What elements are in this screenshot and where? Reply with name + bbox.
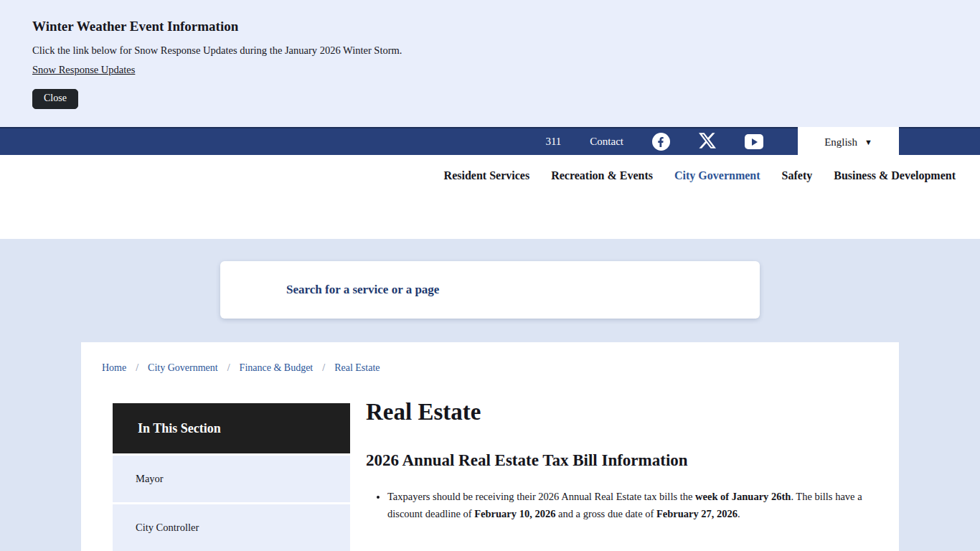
breadcrumb-separator: / <box>136 362 138 374</box>
breadcrumb-city-government[interactable]: City Government <box>148 362 218 374</box>
x-twitter-link[interactable] <box>698 133 717 151</box>
breadcrumb: Home / City Government / Finance & Budge… <box>102 362 899 374</box>
close-button[interactable]: Close <box>32 89 78 109</box>
in-this-section-sidebar: In This Section Mayor City Controller <box>113 403 350 551</box>
language-selector[interactable]: English ▼ <box>798 127 899 157</box>
youtube-link[interactable] <box>745 134 763 149</box>
winter-weather-alert-banner: Winter Weather Event Information Click t… <box>0 0 980 127</box>
alert-message: Click the link below for Snow Response U… <box>32 44 948 57</box>
nav-item-city-government[interactable]: City Government <box>674 169 760 182</box>
nav-item-resident-services[interactable]: Resident Services <box>444 169 530 182</box>
alert-title: Winter Weather Event Information <box>32 19 948 34</box>
sidebar-item-mayor[interactable]: Mayor <box>113 456 350 502</box>
contact-link[interactable]: Contact <box>590 136 623 148</box>
language-selected-label: English <box>824 136 857 149</box>
breadcrumb-home[interactable]: Home <box>102 362 126 374</box>
chevron-down-icon: ▼ <box>864 138 872 146</box>
main-content: Real Estate 2026 Annual Real Estate Tax … <box>366 403 872 551</box>
utility-topbar: 311 Contact English ▼ <box>0 127 980 155</box>
breadcrumb-separator: / <box>227 362 230 374</box>
breadcrumb-current-real-estate: Real Estate <box>334 362 380 374</box>
facebook-link[interactable] <box>651 133 670 151</box>
snow-response-updates-link[interactable]: Snow Response Updates <box>32 64 135 76</box>
sidebar-item-city-controller[interactable]: City Controller <box>113 504 350 551</box>
main-navigation: Resident Services Recreation & Events Ci… <box>0 155 980 239</box>
page-title: Real Estate <box>366 399 872 425</box>
facebook-icon <box>652 133 670 151</box>
section-heading: 2026 Annual Real Estate Tax Bill Informa… <box>366 451 872 470</box>
311-link[interactable]: 311 <box>545 136 561 148</box>
x-icon <box>699 132 716 152</box>
search-input[interactable] <box>286 283 731 297</box>
page-body: Home / City Government / Finance & Budge… <box>0 239 980 551</box>
content-panel: Home / City Government / Finance & Budge… <box>81 342 899 551</box>
youtube-icon <box>752 138 758 146</box>
tax-bill-bullet: Taxpayers should be receiving their 2026… <box>387 488 872 522</box>
nav-item-recreation-events[interactable]: Recreation & Events <box>551 169 653 182</box>
breadcrumb-finance-budget[interactable]: Finance & Budget <box>240 362 314 374</box>
sidebar-title: In This Section <box>113 403 350 453</box>
site-search-box[interactable] <box>220 261 760 319</box>
nav-item-safety[interactable]: Safety <box>782 169 813 182</box>
nav-item-business-development[interactable]: Business & Development <box>834 169 956 182</box>
tax-bill-info-list: Taxpayers should be receiving their 2026… <box>366 488 872 522</box>
breadcrumb-separator: / <box>322 362 325 374</box>
content-columns: In This Section Mayor City Controller Re… <box>81 403 899 551</box>
